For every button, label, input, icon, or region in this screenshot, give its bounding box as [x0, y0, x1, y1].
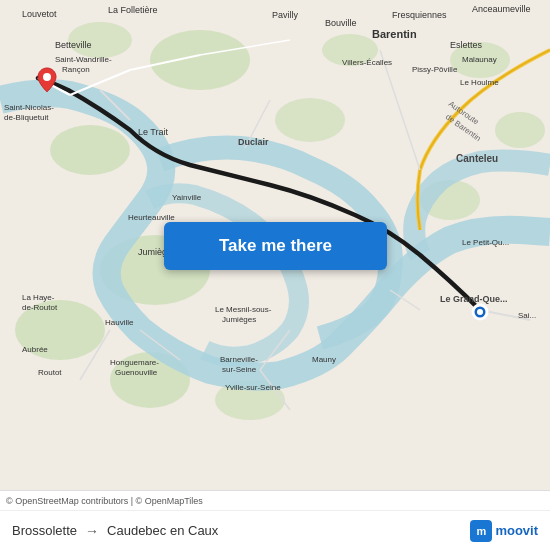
- svg-text:Canteleu: Canteleu: [456, 153, 498, 164]
- svg-text:Le Petit-Qu...: Le Petit-Qu...: [462, 238, 509, 247]
- svg-point-8: [495, 112, 545, 148]
- moovit-brand-text: moovit: [495, 523, 538, 538]
- svg-text:Saint-Nicolas-: Saint-Nicolas-: [4, 103, 54, 112]
- svg-text:Sai...: Sai...: [518, 311, 536, 320]
- svg-text:de-Routot: de-Routot: [22, 303, 58, 312]
- svg-text:Betteville: Betteville: [55, 40, 92, 50]
- svg-text:Le Trait: Le Trait: [138, 127, 169, 137]
- take-me-there-button[interactable]: Take me there: [164, 222, 387, 270]
- svg-text:Le Grand-Que...: Le Grand-Que...: [440, 294, 508, 304]
- svg-text:Barentin: Barentin: [372, 28, 417, 40]
- svg-text:Duclair: Duclair: [238, 137, 269, 147]
- svg-text:Pavilly: Pavilly: [272, 10, 299, 20]
- svg-text:Mauny: Mauny: [312, 355, 336, 364]
- svg-text:La Haye-: La Haye-: [22, 293, 55, 302]
- svg-text:Bouville: Bouville: [325, 18, 357, 28]
- svg-text:Hauville: Hauville: [105, 318, 134, 327]
- svg-text:Pissy-Pôville: Pissy-Pôville: [412, 65, 458, 74]
- svg-text:Le Houlme: Le Houlme: [460, 78, 499, 87]
- map-attribution: © OpenStreetMap contributors | © OpenMap…: [0, 490, 550, 510]
- svg-text:Routot: Routot: [38, 368, 62, 377]
- svg-text:Yville-sur-Seine: Yville-sur-Seine: [225, 383, 281, 392]
- arrow-icon: →: [85, 523, 99, 539]
- to-location: Caudebec en Caux: [107, 523, 218, 538]
- svg-text:Honguemare-: Honguemare-: [110, 358, 159, 367]
- svg-point-6: [275, 98, 345, 142]
- svg-text:Villers-Écalles: Villers-Écalles: [342, 58, 392, 67]
- svg-text:Fresquiennes: Fresquiennes: [392, 10, 447, 20]
- map-container: Louvetot La Folletière Betteville Pavill…: [0, 0, 550, 490]
- svg-text:Yainville: Yainville: [172, 193, 202, 202]
- from-location: Brossolette: [12, 523, 77, 538]
- footer: Brossolette → Caudebec en Caux m moovit: [0, 510, 550, 550]
- svg-text:Jumièges: Jumièges: [222, 315, 256, 324]
- svg-text:Le Mesnil-sous-: Le Mesnil-sous-: [215, 305, 272, 314]
- svg-text:Louvetot: Louvetot: [22, 9, 57, 19]
- svg-text:Anceaumeville: Anceaumeville: [472, 4, 531, 14]
- svg-text:Saint-Wandrille-: Saint-Wandrille-: [55, 55, 112, 64]
- moovit-logo: m moovit: [470, 520, 538, 542]
- svg-text:La Folletière: La Folletière: [108, 5, 158, 15]
- moovit-m-icon: m: [470, 520, 492, 542]
- svg-text:Heurteauville: Heurteauville: [128, 213, 175, 222]
- svg-text:Guenouville: Guenouville: [115, 368, 158, 377]
- svg-point-2: [50, 125, 130, 175]
- svg-text:de-Bliquetuit: de-Bliquetuit: [4, 113, 49, 122]
- svg-text:Aubrée: Aubrée: [22, 345, 48, 354]
- svg-point-71: [477, 309, 483, 315]
- svg-text:Barneville-: Barneville-: [220, 355, 258, 364]
- svg-point-1: [150, 30, 250, 90]
- svg-text:Rançon: Rançon: [62, 65, 90, 74]
- svg-point-69: [43, 73, 51, 81]
- svg-text:Malaunay: Malaunay: [462, 55, 497, 64]
- svg-text:Eslettes: Eslettes: [450, 40, 483, 50]
- attribution-text: © OpenStreetMap contributors | © OpenMap…: [6, 496, 203, 506]
- svg-text:sur-Seine: sur-Seine: [222, 365, 257, 374]
